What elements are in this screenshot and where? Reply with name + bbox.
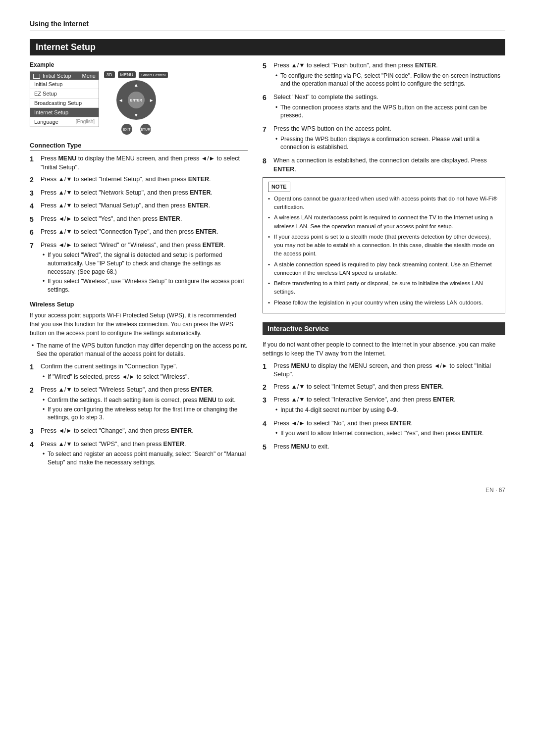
section-title: Using the Internet	[30, 20, 89, 28]
bullet-wired: If you select "Wired", the signal is det…	[48, 251, 248, 276]
step-ws-2-bullet-1: Confirm the settings. If each setting it…	[48, 396, 248, 404]
step-ws-content-4: Press ▲/▼ to select "WPS", and then pres…	[41, 440, 248, 468]
step-r-7-bullet-1: Pressing the WPS button displays a confi…	[280, 135, 505, 152]
note-item-4: A stable connection speed is required to…	[268, 260, 500, 278]
wireless-setup-title: Wireless Setup	[30, 301, 248, 308]
step-ws-num-4: 4	[30, 440, 39, 468]
menu-item-language: Language [English]	[30, 117, 99, 127]
right-steps: 5 Press ▲/▼ to select "Push button", and…	[263, 61, 505, 174]
step-content-3: Press ▲/▼ to select "Network Setup", and…	[41, 189, 248, 199]
step-ws-2-bullet-2: If you are configuring the wireless setu…	[48, 405, 248, 422]
step-ws-1: 1 Confirm the current settings in "Conne…	[30, 362, 248, 382]
note-title-text: NOTE	[268, 182, 290, 192]
step-is-num-2: 2	[263, 383, 271, 393]
menu-box: Initial Setup Menu Initial Setup EZ Setu…	[30, 71, 99, 127]
note-item-1: Operations cannot be guaranteed when use…	[268, 195, 500, 212]
step-is-num-4: 4	[263, 419, 271, 439]
step-ws-num-1: 1	[30, 362, 39, 382]
nav-down-arrow: ▼	[134, 112, 139, 118]
left-column: Example Initial Setup Menu Initial Setup…	[30, 61, 248, 472]
step-is-3-bullets: Input the 4-digit secret number by using…	[273, 406, 505, 414]
step-is-4: 4 Press ◄/► to select "No", and then pre…	[263, 419, 505, 439]
menu-header-left: Initial Setup	[43, 73, 71, 79]
step-content-2: Press ▲/▼ to select "Internet Setup", an…	[41, 175, 248, 185]
step-is-2: 2 Press ▲/▼ to select "Internet Setup", …	[263, 383, 505, 393]
step-r-6: 6 Select "Next" to complete the settings…	[263, 93, 505, 121]
interactive-steps: 1 Press MENU to display the MENU screen,…	[263, 362, 505, 453]
step-num-5: 5	[30, 215, 39, 225]
step-ws-3: 3 Press ◄/► to select "Change", and then…	[30, 427, 248, 437]
step-r-content-8: When a connection is established, the co…	[273, 156, 505, 174]
step-r-5: 5 Press ▲/▼ to select "Push button", and…	[263, 61, 505, 90]
menu-item-initial-setup: Initial Setup	[30, 80, 99, 89]
step-ws-num-3: 3	[30, 427, 39, 437]
menu-item-ez-setup: EZ Setup	[30, 89, 99, 99]
step-num-1: 1	[30, 154, 39, 172]
step-is-3-bullet-1: Input the 4-digit secret number by using…	[280, 406, 505, 414]
btn-smart-central: Smart Central	[139, 72, 168, 78]
example-label: Example	[30, 61, 248, 68]
menu-header-right: Menu	[82, 73, 96, 79]
step-ct-1: 1 Press MENU to display the MENU screen,…	[30, 154, 248, 172]
step-ws-content-3: Press ◄/► to select "Change", and then p…	[41, 427, 248, 437]
remote-bottom-buttons: EXIT RETURN	[121, 124, 151, 135]
nav-right-arrow: ►	[149, 98, 154, 103]
note-item-3: If your access point is set to a stealth…	[268, 233, 500, 258]
step-is-4-bullets: If you want to allow Internet connection…	[273, 429, 505, 438]
main-section-title: Internet Setup	[30, 39, 505, 55]
step-content-6: Press ▲/▼ to select "Connection Type", a…	[41, 228, 248, 238]
page-number: EN · 67	[30, 487, 505, 494]
step-ct-7: 7 Press ◄/► to select "Wired" or "Wirele…	[30, 241, 248, 295]
wireless-setup-note-1: The name of the WPS button function may …	[37, 342, 248, 358]
step-num-7: 7	[30, 241, 39, 295]
menu-item-broadcasting-setup: Broadcasting Setup	[30, 99, 99, 108]
step-content-7: Press ◄/► to select "Wired" or "Wireless…	[41, 241, 248, 295]
step-ws-content-2: Press ▲/▼ to select "Wireless Setup", an…	[41, 386, 248, 423]
connection-type-title: Connection Type	[30, 142, 248, 151]
step-ws-1-bullet-1: If "Wired" is selected, press ◄/► to sel…	[48, 373, 248, 381]
connection-type-steps: 1 Press MENU to display the MENU screen,…	[30, 154, 248, 295]
step-num-3: 3	[30, 189, 39, 199]
step-content-4: Press ▲/▼ to select "Manual Setup", and …	[41, 202, 248, 211]
step-r-7: 7 Press the WPS button on the access poi…	[263, 125, 505, 153]
step-r-num-6: 6	[263, 93, 271, 121]
step-num-6: 6	[30, 228, 39, 238]
two-column-layout: Example Initial Setup Menu Initial Setup…	[30, 61, 505, 472]
right-column: 5 Press ▲/▼ to select "Push button", and…	[263, 61, 505, 472]
step-r-content-6: Select "Next" to complete the settings. …	[273, 93, 505, 121]
note-item-6: Please follow the legislation in your co…	[268, 299, 500, 307]
nav-up-arrow: ▲	[134, 82, 139, 88]
interactive-service-intro: If you do not want other people to conne…	[263, 340, 505, 358]
step-r-6-bullets: The connection process starts and the WP…	[273, 103, 505, 120]
step-r-content-5: Press ▲/▼ to select "Push button", and t…	[273, 61, 505, 90]
step-content-5: Press ◄/► to select "Yes", and then pres…	[41, 215, 248, 225]
note-list: Operations cannot be guaranteed when use…	[268, 195, 500, 307]
step-is-content-5: Press MENU to exit.	[273, 443, 505, 453]
step-is-num-1: 1	[263, 362, 271, 379]
step-ct-7-bullets: If you select "Wired", the signal is det…	[41, 251, 248, 294]
btn-menu: MENU	[118, 71, 136, 78]
step-is-num-3: 3	[263, 396, 271, 415]
step-ct-3: 3 Press ▲/▼ to select "Network Setup", a…	[30, 189, 248, 199]
step-ws-2: 2 Press ▲/▼ to select "Wireless Setup", …	[30, 386, 248, 423]
exit-btn: EXIT	[121, 124, 132, 135]
remote-nav: ▲ ▼ ◄ ► ENTER	[116, 80, 156, 120]
step-r-5-bullets: To configure the setting via PC, select …	[273, 72, 505, 89]
step-r-num-7: 7	[263, 125, 271, 153]
step-ws-num-2: 2	[30, 386, 39, 423]
step-r-8: 8 When a connection is established, the …	[263, 156, 505, 174]
step-ct-4: 4 Press ▲/▼ to select "Manual Setup", an…	[30, 202, 248, 211]
menu-diagram: Initial Setup Menu Initial Setup EZ Setu…	[30, 71, 248, 135]
step-r-5-bullet-1: To configure the setting via PC, select …	[280, 72, 505, 89]
note-item-5: Before transferring to a third party or …	[268, 279, 500, 297]
note-title: NOTE	[268, 182, 500, 192]
step-r-7-bullets: Pressing the WPS button displays a confi…	[273, 135, 505, 152]
nav-left-arrow: ◄	[118, 98, 123, 103]
step-r-6-bullet-1: The connection process starts and the WP…	[280, 103, 505, 120]
step-num-2: 2	[30, 175, 39, 185]
step-r-num-5: 5	[263, 61, 271, 90]
wireless-setup-steps: 1 Confirm the current settings in "Conne…	[30, 362, 248, 468]
step-ws-2-bullets: Confirm the settings. If each setting it…	[41, 396, 248, 422]
step-ws-4-bullets: To select and register an access point m…	[41, 450, 248, 467]
step-is-content-4: Press ◄/► to select "No", and then press…	[273, 419, 505, 439]
